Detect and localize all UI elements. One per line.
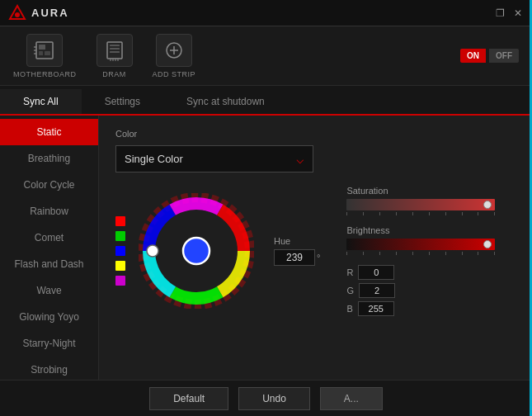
svg-point-23 (147, 245, 158, 257)
restore-button[interactable]: ❐ (494, 7, 506, 19)
saturation-slider-container[interactable] (346, 199, 516, 210)
sidebar-item-color-cycle[interactable]: Color Cycle (0, 172, 98, 198)
swatch-green[interactable] (115, 231, 125, 241)
color-wheel[interactable] (139, 193, 254, 309)
brightness-thumb[interactable] (483, 240, 492, 248)
hue-section: Hue ° (274, 236, 320, 266)
rgb-values: R G B (346, 265, 516, 316)
blue-input[interactable] (358, 301, 394, 316)
saturation-thumb[interactable] (483, 201, 492, 209)
brightness-slider-container[interactable] (346, 239, 516, 250)
add-strip-label: ADD STRIP (153, 70, 196, 78)
green-row: G (346, 283, 516, 298)
undo-button[interactable]: Undo (238, 387, 310, 410)
hue-unit: ° (317, 253, 320, 262)
add-strip-icon-box (156, 34, 192, 67)
color-area: Hue ° Saturation (115, 186, 516, 316)
saturation-row: Saturation (346, 186, 516, 215)
rog-icon (8, 4, 26, 22)
swatch-magenta[interactable] (115, 276, 125, 286)
hue-input[interactable] (274, 249, 315, 266)
color-dropdown[interactable]: Single Color ⌵ (115, 145, 313, 173)
main-content: Static Breathing Color Cycle Rainbow Com… (0, 116, 532, 380)
sidebar-item-comet[interactable]: Comet (0, 225, 98, 251)
svg-rect-3 (39, 45, 45, 50)
svg-rect-5 (45, 51, 50, 55)
motherboard-icon (33, 39, 56, 62)
svg-rect-12 (110, 51, 120, 53)
svg-rect-10 (110, 45, 120, 46)
default-button[interactable]: Default (149, 387, 228, 410)
toggle-off-label[interactable]: OFF (489, 49, 519, 63)
app-logo: AURA (8, 4, 494, 22)
saturation-label: Saturation (346, 186, 516, 196)
motherboard-icon-box (26, 34, 63, 67)
svg-point-22 (183, 238, 210, 264)
close-button[interactable]: ✕ (512, 7, 524, 19)
power-toggle[interactable]: ON OFF (460, 49, 519, 63)
dram-item[interactable]: DRAM (97, 34, 133, 78)
sidebar-item-glowing-yoyo[interactable]: Glowing Yoyo (0, 304, 98, 330)
toggle-on-label[interactable]: ON (460, 49, 486, 63)
tab-sync-all[interactable]: Sync All (0, 89, 82, 116)
sliders-area: Saturation Brightness (333, 186, 516, 316)
apply-button[interactable]: A... (320, 387, 383, 410)
saturation-ticks (346, 212, 495, 215)
red-input[interactable] (358, 265, 394, 280)
app-title: AURA (31, 7, 69, 19)
svg-rect-11 (110, 48, 120, 50)
tab-settings[interactable]: Settings (82, 89, 163, 116)
svg-rect-4 (39, 51, 43, 55)
color-dropdown-value: Single Color (125, 153, 183, 165)
red-row: R (346, 265, 516, 280)
brightness-row: Brightness (346, 225, 516, 255)
green-input[interactable] (359, 283, 395, 298)
color-swatches (115, 216, 125, 286)
sidebar-item-breathing[interactable]: Breathing (0, 145, 98, 172)
tab-sync-at-shutdown[interactable]: Sync at shutdown (163, 89, 288, 116)
sidebar-item-static[interactable]: Static (0, 119, 98, 145)
swatch-blue[interactable] (115, 246, 125, 256)
dram-icon-box (97, 34, 133, 67)
sidebar-item-starry-night[interactable]: Starry-Night (0, 330, 98, 357)
blue-row: B (346, 301, 516, 316)
sidebar-item-rainbow[interactable]: Rainbow (0, 198, 98, 225)
brightness-ticks (346, 252, 495, 255)
window-controls[interactable]: ❐ ✕ (494, 7, 524, 19)
swatch-yellow[interactable] (115, 261, 125, 271)
hue-label: Hue (274, 236, 320, 246)
brightness-label: Brightness (346, 225, 516, 235)
title-bar: AURA ❐ ✕ (0, 0, 532, 26)
green-label: G (346, 286, 354, 295)
dram-label: DRAM (102, 70, 126, 78)
add-strip-item[interactable]: ADD STRIP (153, 34, 196, 78)
motherboard-item[interactable]: MOTHERBOARD (13, 34, 77, 78)
red-label: R (346, 267, 353, 277)
sidebar: Static Breathing Color Cycle Rainbow Com… (0, 116, 99, 380)
saturation-track[interactable] (346, 199, 495, 210)
color-section-label: Color (115, 129, 516, 139)
sidebar-item-flash-and-dash[interactable]: Flash and Dash (0, 251, 98, 277)
add-strip-icon (162, 39, 186, 62)
content-panel: Color Single Color ⌵ (99, 116, 532, 380)
brightness-track[interactable] (346, 239, 495, 250)
bottom-bar: Default Undo A... (0, 380, 532, 416)
dram-icon (105, 39, 125, 62)
tab-bar: Sync All Settings Sync at shutdown (0, 86, 532, 116)
svg-point-1 (15, 12, 20, 17)
sidebar-item-wave[interactable]: Wave (0, 277, 98, 304)
motherboard-label: MOTHERBOARD (13, 70, 77, 78)
icon-bar: MOTHERBOARD DRAM ADD STRIP (0, 26, 532, 86)
blue-label: B (346, 304, 352, 314)
swatch-red[interactable] (115, 216, 125, 226)
dropdown-arrow-icon: ⌵ (296, 151, 304, 167)
color-wheel-svg (139, 193, 254, 309)
